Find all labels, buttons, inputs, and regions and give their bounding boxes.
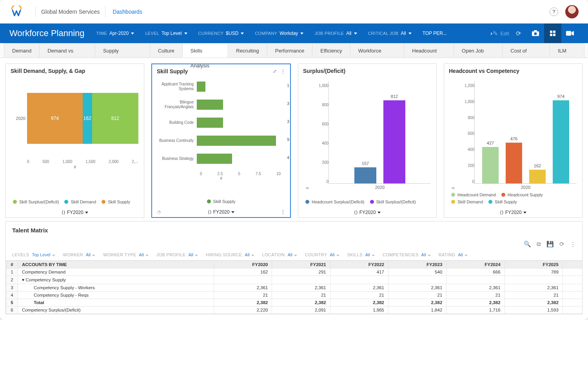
loading-icon: ◔	[157, 209, 161, 215]
filter-more[interactable]: TOP PER...	[423, 31, 447, 36]
copy-icon[interactable]: ⧉	[537, 241, 541, 248]
card-footer[interactable]: ⟨⟩ FY2020	[298, 207, 436, 218]
bar[interactable]: 974	[553, 100, 569, 183]
refresh-icon[interactable]: ⟳	[559, 241, 564, 248]
matrix-filter-country[interactable]: COUNTRY All	[305, 252, 339, 257]
card-skill-demand-supply-gap[interactable]: Skill Demand, Supply, & Gap 2020 9741628…	[5, 63, 144, 218]
camera-icon[interactable]	[527, 24, 544, 43]
legend-item: Headcount Demand	[451, 192, 496, 197]
tab-headcount-plan[interactable]: Headcount Plan	[404, 43, 454, 58]
table-row[interactable]: 1Competency Demand162291417540666789	[6, 268, 583, 276]
user-avatar[interactable]	[565, 5, 579, 18]
tab-skills-analysis[interactable]: Skills Analysis	[182, 43, 228, 58]
legend-item: Skill Surplus/(Deficit)	[370, 199, 416, 204]
tab-demand-vs-supply[interactable]: Demand vs Supply	[39, 43, 95, 58]
matrix-filter-levels[interactable]: LEVELS Top Level	[12, 252, 55, 257]
filter-currency[interactable]: CURRENCY$USD	[198, 31, 244, 36]
legend-item: Skill Demand	[451, 199, 483, 204]
svg-point-1	[534, 33, 537, 35]
card-footer[interactable]: ⟨⟩ FY2020	[6, 207, 144, 218]
col-FY2023[interactable]: FY2023	[388, 261, 446, 268]
matrix-filter-job-profile[interactable]: JOB PROFILE All	[156, 252, 198, 257]
help-icon[interactable]: ?	[550, 7, 558, 16]
card-surplus-deficit[interactable]: Surplus/(Deficit) # 1,0008006004002000 1…	[298, 63, 437, 218]
divider	[105, 6, 105, 17]
video-icon[interactable]	[561, 24, 579, 43]
table-row[interactable]: 3Competency Supply - Workers2,3612,3612,…	[6, 284, 583, 292]
svg-rect-2	[534, 30, 537, 32]
table-row[interactable]: 5Total2,3822,3822,3822,3822,3822,382	[6, 299, 583, 306]
legend-item: Skill Supply	[488, 199, 517, 204]
tab-culture[interactable]: Culture	[150, 43, 183, 58]
top-bar: Global Modern Services Dashboards ?	[0, 0, 588, 24]
tab-open-job-reqs[interactable]: Open Job Reqs	[454, 43, 503, 58]
table-row[interactable]: 2▾ Competency Supply	[6, 276, 583, 284]
filter-company[interactable]: COMPANYWorkday	[255, 31, 303, 36]
bar[interactable]	[197, 154, 232, 164]
more-icon[interactable]: ⋮	[281, 69, 285, 74]
svg-rect-3	[550, 31, 552, 33]
col-FY2025[interactable]: FY2025	[505, 261, 563, 268]
search-icon[interactable]: 🔍	[524, 241, 531, 248]
bar[interactable]	[197, 118, 223, 128]
card-footer[interactable]: ◔ ⟨⟩ FY2020 ⋮	[152, 207, 290, 217]
matrix-filter-hiring-source[interactable]: HIRING SOURCE All	[206, 252, 254, 257]
matrix-filter-skills[interactable]: SKILLS All	[347, 252, 375, 257]
tab-ilm-map[interactable]: ILM Map	[550, 43, 584, 58]
workday-logo-icon	[9, 5, 24, 19]
bar[interactable]: 476	[506, 143, 522, 183]
bar[interactable]	[197, 82, 205, 92]
bar[interactable]	[197, 136, 276, 146]
bar[interactable]	[197, 100, 223, 110]
table-row[interactable]: 6Competency Surplus/(Deficit)2,2202,0911…	[6, 306, 583, 314]
card-footer[interactable]: ⟨⟩ FY2020	[444, 207, 582, 218]
tab-bar: DemandDemand vs SupplySupply DashboardCu…	[0, 43, 588, 58]
matrix-filter-worker-type[interactable]: WORKER TYPE All	[103, 252, 149, 257]
matrix-filter-worker[interactable]: WORKER All	[63, 252, 96, 257]
tab-cost-of-worker[interactable]: Cost of Worker	[502, 43, 550, 58]
col-FY2020[interactable]: FY2020	[214, 261, 272, 268]
bar[interactable]: 427	[482, 147, 499, 183]
edit-button[interactable]: ✎ Edit	[492, 24, 510, 43]
col-FY2021[interactable]: FY2021	[272, 261, 330, 268]
col-FY2022[interactable]: FY2022	[330, 261, 388, 268]
breadcrumb-dashboards[interactable]: Dashboards	[113, 9, 142, 15]
more-icon[interactable]: ⋮	[281, 209, 285, 215]
more-icon[interactable]: ⋮	[570, 241, 576, 248]
filter-job-profile[interactable]: JOB PROFILEAll	[314, 31, 357, 36]
filter-critical-job[interactable]: CRITICAL JOBAll	[368, 31, 412, 36]
tab-efficiency[interactable]: Efficiency	[312, 43, 350, 58]
filter-level[interactable]: LEVELTop Level	[145, 31, 187, 36]
col-index: #	[6, 261, 18, 268]
tab-supply-dashboard[interactable]: Supply Dashboard	[95, 43, 150, 58]
card-headcount-vs-competency[interactable]: Headcount vs Competency # 1,2001,0008006…	[444, 63, 583, 218]
talent-matrix-table: #ACCOUNTS BY TIMEFY2020FY2021FY2022FY202…	[6, 261, 582, 314]
table-row[interactable]: 4Competency Supply - Reqs212121212121	[6, 292, 583, 299]
refresh-icon[interactable]: ⟳	[510, 24, 527, 43]
tab-workforce-actions[interactable]: Workforce Actions	[350, 43, 405, 58]
tab-demand[interactable]: Demand	[4, 43, 40, 58]
matrix-filter-rating[interactable]: RATING All	[439, 252, 468, 257]
svg-rect-5	[550, 34, 552, 36]
bar-segment[interactable]: 162	[83, 93, 92, 144]
org-name: Global Modern Services	[41, 9, 100, 15]
expand-icon[interactable]: ⤢	[273, 69, 277, 74]
bar-segment[interactable]: 812	[92, 93, 138, 144]
bar-segment[interactable]: 974	[27, 93, 83, 144]
filter-time[interactable]: TIMEApr-2020	[96, 31, 134, 36]
dashboard-cards: Skill Demand, Supply, & Gap 2020 9741628…	[0, 58, 588, 221]
tab-performance[interactable]: Performance	[267, 43, 312, 58]
grid-view-icon[interactable]	[544, 24, 561, 43]
bar-label: Business Continuity	[158, 138, 197, 143]
card-skill-supply[interactable]: Skill Supply ⤢ ⋮ Applicant Tracking Syst…	[151, 63, 291, 218]
col-FY2024[interactable]: FY2024	[446, 261, 505, 268]
filter-bar: Workforce Planning TIMEApr-2020LEVELTop …	[0, 24, 588, 43]
tab-recruiting[interactable]: Recruiting	[228, 43, 267, 58]
bar[interactable]: 812	[383, 100, 405, 183]
bar[interactable]: 162	[529, 170, 546, 183]
matrix-filter-competencies[interactable]: COMPETENCIES All	[383, 252, 431, 257]
save-icon[interactable]: 💾	[546, 241, 554, 248]
bar[interactable]: 157	[354, 167, 376, 183]
matrix-filter-location[interactable]: LOCATION All	[262, 252, 297, 257]
bar-label: Applicant Tracking Systems	[158, 82, 197, 91]
